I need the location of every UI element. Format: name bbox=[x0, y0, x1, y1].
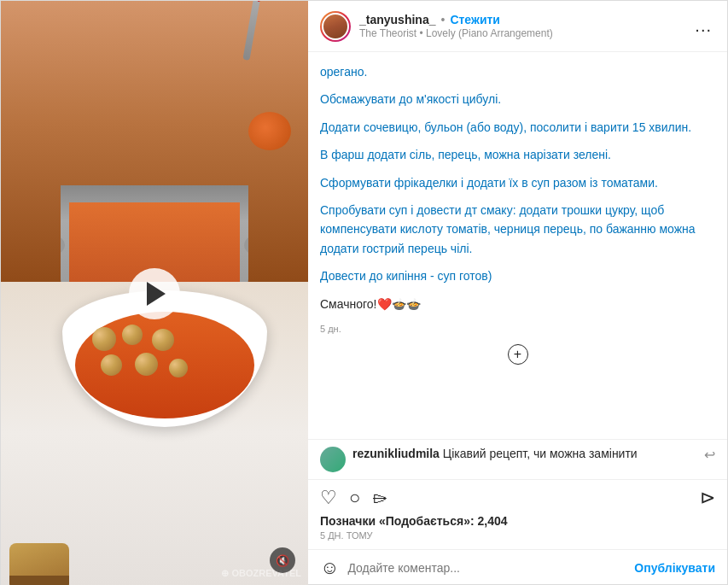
comment-button[interactable]: ○ bbox=[349, 487, 360, 509]
likes-count: 2,404 bbox=[478, 514, 508, 528]
spoon bbox=[242, 1, 264, 61]
likes-label: Позначки «Подобається»: bbox=[320, 514, 475, 528]
content-panel: _tanyushina_ • Стежити The Theorist • Lo… bbox=[308, 1, 727, 585]
save-button[interactable]: ⊳ bbox=[700, 487, 715, 509]
caption-line-8: Смачного!❤️🍲🍲 bbox=[320, 295, 715, 313]
comment-preview: rezunikliudmila Цікавий рецепт, чи можна… bbox=[308, 439, 727, 479]
caption-line-3: Додати сочевицю, бульон (або воду), посо… bbox=[320, 118, 715, 137]
post-header: _tanyushina_ • Стежити The Theorist • Lo… bbox=[308, 1, 727, 52]
follow-button[interactable]: Стежити bbox=[450, 13, 500, 26]
pot-area bbox=[1, 1, 308, 305]
header-subtitle: The Theorist • Lovely (Piano Arrangement… bbox=[359, 27, 691, 39]
caption-timestamp: 5 дн. bbox=[320, 322, 715, 337]
mute-button[interactable]: 🔇 bbox=[270, 547, 295, 573]
action-bar: ♡ ○ ⌲ ⊳ Позначки «Подобається»: 2,404 5 … bbox=[308, 479, 727, 549]
caption-area: орегано. Обсмажувати до м'якості цибулі.… bbox=[308, 52, 727, 439]
comment-body: Цікавий рецепт, чи можна замінити bbox=[443, 447, 638, 460]
meatball bbox=[92, 327, 116, 351]
like-button[interactable]: ♡ bbox=[320, 487, 337, 509]
likes-row: Позначки «Подобається»: 2,404 bbox=[320, 514, 715, 528]
commenter-username[interactable]: rezunikliudmila bbox=[352, 447, 440, 460]
meatball bbox=[122, 325, 143, 345]
add-comment-small: + bbox=[320, 344, 715, 365]
comment-input-row: ☺ Опублікувати bbox=[308, 549, 727, 585]
caption-line-1: орегано. bbox=[320, 62, 715, 81]
pumpkin bbox=[248, 112, 291, 150]
post-comment-button[interactable]: Опублікувати bbox=[634, 561, 715, 575]
play-triangle-icon bbox=[147, 282, 166, 306]
meatball bbox=[152, 329, 174, 351]
caption-line-2: Обсмажувати до м'якості цибулі. bbox=[320, 90, 715, 108]
avatar[interactable] bbox=[320, 11, 351, 42]
post-timestamp: 5 ДН. ТОМУ bbox=[320, 530, 715, 541]
add-comment-circle-button[interactable]: + bbox=[508, 344, 528, 365]
emoji-button[interactable]: ☺ bbox=[320, 557, 339, 579]
caption-line-5: Сформувати фрікаделки і додати їх в суп … bbox=[320, 173, 715, 192]
comment-text: rezunikliudmila Цікавий рецепт, чи можна… bbox=[352, 447, 697, 460]
food-image: 🔇 ⊕ OBOZREVATEL bbox=[1, 1, 308, 585]
meatball bbox=[135, 353, 158, 376]
caption-line-4: В фарш додати сіль, перець, можна наріза… bbox=[320, 145, 715, 164]
meatball bbox=[169, 359, 188, 377]
caption-line-6: Спробувати суп і довести дт смаку: додат… bbox=[320, 201, 715, 258]
bowl-area bbox=[1, 282, 308, 585]
mute-icon: 🔇 bbox=[276, 554, 289, 567]
share-button[interactable]: ⌲ bbox=[372, 489, 387, 507]
media-panel: 🔇 ⊕ OBOZREVATEL bbox=[1, 1, 308, 585]
commenter-avatar bbox=[320, 447, 346, 472]
username[interactable]: _tanyushina_ bbox=[359, 13, 435, 26]
meatball bbox=[101, 354, 122, 376]
more-options-button[interactable]: ... bbox=[691, 16, 715, 36]
play-button[interactable] bbox=[129, 268, 180, 319]
caption-line-7: Довести до кипіння - суп готов) bbox=[320, 266, 715, 285]
comment-reply-icon[interactable]: ↩ bbox=[704, 447, 715, 463]
comment-input[interactable] bbox=[347, 561, 634, 575]
bread bbox=[9, 535, 78, 585]
dot-separator: • bbox=[440, 13, 445, 26]
header-info: _tanyushina_ • Стежити The Theorist • Lo… bbox=[359, 13, 691, 39]
